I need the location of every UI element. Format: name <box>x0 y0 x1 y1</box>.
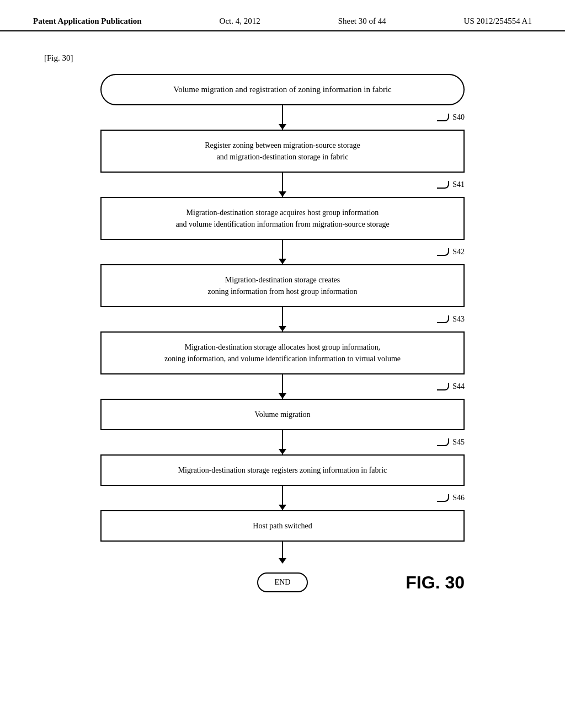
content: [Fig. 30] Volume migration and registrat… <box>0 31 565 614</box>
step-label-s41: S41 <box>437 180 465 189</box>
curved-line-s46 <box>437 494 449 502</box>
end-arrow-line <box>282 542 283 558</box>
arrow-head-s45 <box>279 449 286 454</box>
arrow-head-s42 <box>279 259 286 264</box>
top-node: Volume migration and registration of zon… <box>100 74 465 105</box>
fig-number: FIG. 30 <box>406 572 465 593</box>
arrow-head-s43 <box>279 326 286 331</box>
node-s43: Migration-destination storage allocates … <box>100 331 465 374</box>
flowchart: Volume migration and registration of zon… <box>44 74 521 592</box>
curved-line-s43 <box>437 315 449 323</box>
arrow-head-s41 <box>279 191 286 197</box>
header: Patent Application Publication Oct. 4, 2… <box>0 0 565 31</box>
arrow-head-s40 <box>279 124 286 130</box>
node-s46: Host path switched <box>100 510 465 542</box>
curved-line-s40 <box>437 114 449 121</box>
step-label-s45: S45 <box>437 438 465 447</box>
step-label-s42: S42 <box>437 248 465 256</box>
step-label-s40: S40 <box>437 113 465 122</box>
connector-s46: S46 <box>100 486 465 510</box>
connector-s40: S40 <box>100 105 465 130</box>
end-node: END <box>257 572 308 592</box>
curved-line-s42 <box>437 248 449 256</box>
page: Patent Application Publication Oct. 4, 2… <box>0 0 565 728</box>
node-s41: Migration-destination storage acquires h… <box>100 197 465 240</box>
connector-s43: S43 <box>100 307 465 331</box>
end-arrow-head <box>279 558 286 564</box>
node-s44: Volume migration <box>100 399 465 430</box>
curved-line-s45 <box>437 438 449 446</box>
connector-s44: S44 <box>100 374 465 399</box>
publication-label: Patent Application Publication <box>33 17 142 26</box>
arrow-head-s46 <box>279 505 286 510</box>
node-s45: Migration-destination storage registers … <box>100 454 465 486</box>
arrow-head-s44 <box>279 393 286 399</box>
step-label-s46: S46 <box>437 494 465 502</box>
patent-number: US 2012/254554 A1 <box>464 17 532 26</box>
date-label: Oct. 4, 2012 <box>220 17 260 26</box>
node-s40: Register zoning between migration-source… <box>100 130 465 173</box>
step-label-s43: S43 <box>437 315 465 324</box>
sheet-label: Sheet 30 of 44 <box>338 17 386 26</box>
connector-s42: S42 <box>100 240 465 264</box>
node-s42: Migration-destination storage creates zo… <box>100 264 465 307</box>
connector-s45: S45 <box>100 430 465 454</box>
step-label-s44: S44 <box>437 382 465 391</box>
bottom-row: END FIG. 30 <box>100 572 465 592</box>
curved-line-s41 <box>437 181 449 189</box>
fig-label: [Fig. 30] <box>44 53 73 63</box>
curved-line-s44 <box>437 383 449 390</box>
connector-s41: S41 <box>100 173 465 197</box>
end-arrow <box>279 542 286 564</box>
